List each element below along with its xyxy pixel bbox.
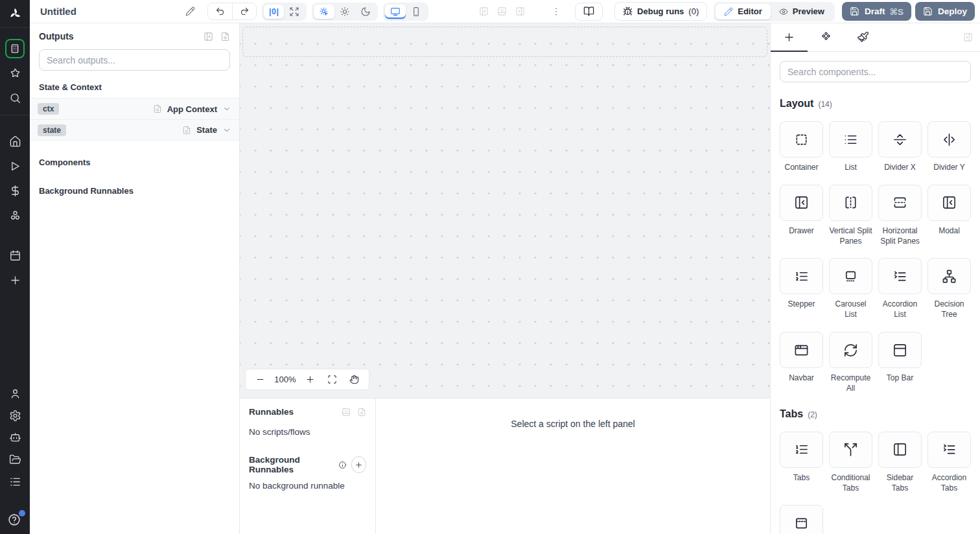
sun-auto-icon [319, 6, 329, 17]
editor-mode-label: Editor [738, 6, 762, 16]
component-horizontal-split-panes[interactable] [878, 185, 922, 221]
app-canvas[interactable]: 100% [240, 23, 770, 398]
component-carousel-list[interactable] [829, 258, 872, 294]
sidebar-item-folders[interactable] [0, 448, 30, 470]
theme-dark-button[interactable] [355, 5, 376, 19]
recompute-icon [843, 343, 858, 358]
output-row-state[interactable]: state State [30, 119, 239, 141]
sidebar-item-apps[interactable] [0, 36, 30, 61]
preview-mode-button[interactable]: Preview [771, 4, 833, 19]
component-recompute-all[interactable] [829, 332, 872, 368]
outputs-search-input[interactable] [39, 49, 230, 71]
toggle-bottom-panel-button[interactable] [497, 6, 507, 16]
user-icon [9, 388, 21, 400]
undo-button[interactable] [208, 3, 232, 19]
cluster-icon [9, 209, 21, 222]
theme-auto-button[interactable] [314, 5, 334, 19]
conditional-tabs-icon [843, 442, 858, 457]
component-list[interactable] [829, 121, 872, 157]
component-grid: ContainerListDivider XDivider YDrawerVer… [780, 121, 971, 394]
zoom-out-button[interactable] [252, 372, 268, 388]
smartphone-icon [411, 6, 421, 17]
sidebar-item-favorites[interactable] [0, 61, 30, 86]
sidebar-item-search[interactable] [0, 86, 30, 110]
component-label: Navbar [789, 373, 814, 384]
sidebar-item-settings[interactable] [0, 404, 30, 426]
centered-width-button[interactable]: |0| [264, 5, 284, 19]
zoom-in-button[interactable] [303, 372, 318, 388]
container-icon [794, 132, 809, 147]
component-vertical-split-panes[interactable] [829, 185, 872, 221]
component-accordion-tabs[interactable] [928, 432, 971, 468]
panel-bottom-close-icon [342, 408, 351, 417]
sidebar-item-menu[interactable] [0, 470, 30, 493]
docs-button[interactable] [575, 3, 603, 21]
component-label: Accordion List [878, 299, 922, 320]
expand-canvas-button[interactable] [284, 5, 305, 19]
component-modal[interactable] [928, 185, 971, 221]
component-container[interactable] [780, 121, 823, 157]
outputs-doc-button[interactable] [220, 32, 230, 41]
deploy-button[interactable]: Deploy [915, 2, 975, 21]
component-label: Divider Y [933, 163, 964, 173]
component-divider-x[interactable] [878, 121, 922, 157]
component-top-bar[interactable] [878, 332, 922, 368]
component-divider-y[interactable] [928, 121, 971, 157]
component-navbar[interactable] [780, 332, 823, 368]
component-label: Stepper [788, 299, 815, 310]
toggle-left-panel-button[interactable] [479, 6, 489, 16]
collapse-right-panel-button[interactable] [963, 32, 973, 42]
runnables-doc-button[interactable] [357, 408, 366, 417]
deploy-label: Deploy [938, 6, 967, 16]
component-sidebar-tabs[interactable] [878, 432, 922, 468]
canvas-drop-zone[interactable] [242, 27, 767, 57]
add-background-runnable-button[interactable] [351, 456, 366, 473]
runnables-list: Runnables No scripts/flows Background Ru… [240, 399, 376, 534]
star-icon [9, 67, 21, 80]
component-component[interactable] [780, 505, 823, 534]
state-expand-button[interactable] [222, 126, 231, 135]
components-tab-theme[interactable] [845, 23, 881, 51]
edit-title-icon[interactable] [185, 6, 195, 16]
output-row-ctx[interactable]: ctx App Context [30, 98, 239, 119]
collapse-outputs-button[interactable] [204, 32, 213, 41]
sidebar-item-workers[interactable] [0, 426, 30, 448]
save-draft-button[interactable]: Draft ⌘S [842, 2, 911, 21]
component-stepper[interactable] [780, 258, 823, 294]
component-tabs[interactable] [780, 432, 823, 468]
collapse-runnables-button[interactable] [342, 408, 351, 417]
sidebar-item-resources[interactable] [0, 203, 30, 227]
more-menu-button[interactable] [551, 6, 561, 17]
component-label: Divider X [884, 163, 916, 173]
sidebar-item-variables[interactable] [0, 178, 30, 203]
debug-runs-count: (0) [688, 6, 699, 16]
fit-view-button[interactable] [325, 372, 340, 388]
components-tab-insert[interactable] [771, 23, 808, 51]
sidebar-item-account[interactable] [0, 382, 30, 404]
mobile-view-button[interactable] [406, 5, 426, 19]
sidebar-item-create[interactable] [0, 268, 30, 292]
component-drawer[interactable] [780, 185, 823, 221]
panel-toggle-group [479, 6, 525, 16]
components-search-input[interactable] [780, 61, 971, 82]
component-accordion-list[interactable] [878, 258, 922, 294]
vertical-split-icon [843, 195, 858, 210]
desktop-view-button[interactable] [385, 5, 406, 19]
toggle-right-panel-button[interactable] [515, 6, 525, 16]
pan-tool-button[interactable] [347, 372, 362, 388]
sidebar-item-runs[interactable] [0, 154, 30, 178]
windmill-logo[interactable] [0, 0, 30, 28]
sidebar-item-home[interactable] [0, 129, 30, 154]
theme-light-button[interactable] [334, 5, 355, 19]
debug-runs-button[interactable]: Debug runs (0) [614, 2, 707, 21]
sidebar-item-schedules[interactable] [0, 243, 30, 268]
help-button[interactable] [7, 512, 23, 528]
diamonds-icon [820, 31, 832, 43]
editor-mode-button[interactable]: Editor [716, 4, 771, 19]
component-decision-tree[interactable] [928, 258, 971, 294]
components-tab-components[interactable] [808, 23, 845, 51]
file-text-icon [220, 32, 230, 41]
redo-button[interactable] [232, 3, 256, 19]
component-conditional-tabs[interactable] [829, 432, 872, 468]
ctx-expand-button[interactable] [222, 104, 231, 113]
